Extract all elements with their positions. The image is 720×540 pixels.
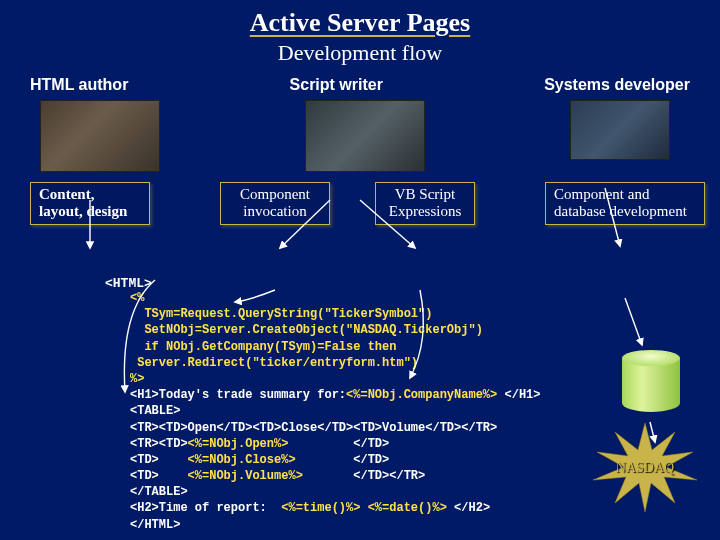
code-line: if NObj.GetCompany(TSym)=False then xyxy=(130,340,396,354)
code-inline: </TD> xyxy=(296,453,390,467)
code-line: TSym=Request.QueryString("TickerSymbol") xyxy=(130,307,432,321)
code-inline: <%=NObj.Volume%> xyxy=(188,469,303,483)
role-systems-developer: Systems developer xyxy=(544,76,690,94)
code-line: %> xyxy=(130,372,144,386)
photo-systems-developer xyxy=(570,100,670,160)
box-vb-script: VB Script Expressions xyxy=(375,182,475,225)
code-inline: </H1> xyxy=(497,388,540,402)
code-line: <TABLE> xyxy=(130,404,180,418)
code-inline: <%=time()%> <%=date()%> xyxy=(281,501,447,515)
code-line: </TABLE> xyxy=(130,485,188,499)
code-inline: <%=NObj.CompanyName%> xyxy=(346,388,497,402)
code-line: <H2>Time of report: xyxy=(130,501,281,515)
arrow-compdb-to-db xyxy=(625,298,642,345)
slide-title: Active Server Pages xyxy=(0,0,720,38)
code-line: SetNObj=Server.CreateObject("NASDAQ.Tick… xyxy=(130,323,483,337)
code-line: Server.Redirect("ticker/entryform.htm") xyxy=(130,356,418,370)
code-line: <TD> xyxy=(130,453,188,467)
nasdaq-label: NASDAQ xyxy=(616,460,674,476)
code-line: <H1>Today's trade summary for: xyxy=(130,388,346,402)
database-icon xyxy=(622,350,680,420)
code-line: </HTML> xyxy=(130,518,180,532)
role-row: HTML author Script writer Systems develo… xyxy=(0,66,720,94)
role-html-author: HTML author xyxy=(30,76,128,94)
code-html-open-tag: <HTML> xyxy=(105,276,152,291)
box-content-layout: Content, layout, design xyxy=(30,182,150,225)
code-inline: </TD></TR> xyxy=(303,469,425,483)
box-component-db: Component and database development xyxy=(545,182,705,225)
photo-html-author xyxy=(40,100,160,172)
role-script-writer: Script writer xyxy=(290,76,383,94)
concept-boxes: Content, layout, design Component invoca… xyxy=(0,182,720,242)
code-inline: <%=NObj.Close%> xyxy=(188,453,296,467)
photo-row xyxy=(0,94,720,172)
photo-script-writer xyxy=(305,100,425,172)
code-line: <% xyxy=(130,291,144,305)
box-component-invocation: Component invocation xyxy=(220,182,330,225)
nasdaq-starburst: NASDAQ xyxy=(590,420,700,515)
code-inline: <%=NObj.Open%> xyxy=(188,437,289,451)
code-line: <TD> xyxy=(130,469,188,483)
asp-code-block: <% TSym=Request.QueryString("TickerSymbo… xyxy=(130,290,541,533)
code-inline: </H2> xyxy=(447,501,490,515)
code-line: <TR><TD> xyxy=(130,437,188,451)
slide-subtitle: Development flow xyxy=(0,40,720,66)
code-line: <TR><TD>Open</TD><TD>Close</TD><TD>Volum… xyxy=(130,421,497,435)
code-inline: </TD> xyxy=(288,437,389,451)
